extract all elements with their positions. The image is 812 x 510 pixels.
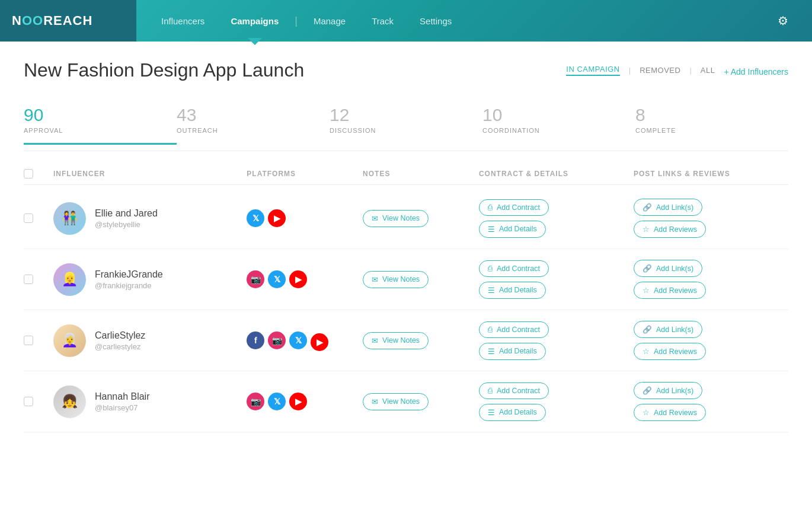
avatar-ellie: 👫 <box>53 202 86 235</box>
avatar-frankie: 👱‍♀️ <box>53 263 86 296</box>
contract-icon: ⎙ <box>488 326 493 334</box>
influencer-name-hannah: Hannah Blair <box>95 391 150 402</box>
filter-all[interactable]: ALL <box>701 66 715 75</box>
avatar-hannah: 👧 <box>53 385 86 418</box>
notes-icon: ✉ <box>372 397 378 406</box>
contract-icon: ⎙ <box>488 387 493 395</box>
nav-track[interactable]: Track <box>359 0 407 42</box>
add-contract-button-carlie[interactable]: ⎙ Add Contract <box>479 321 549 338</box>
view-notes-button-ellie[interactable]: ✉ View Notes <box>363 210 429 227</box>
add-contract-button-frankie[interactable]: ⎙ Add Contract <box>479 260 549 277</box>
add-contract-button-ellie[interactable]: ⎙ Add Contract <box>479 199 549 216</box>
add-reviews-button-ellie[interactable]: ☆ Add Reviews <box>634 221 706 238</box>
nav-divider-1: | <box>295 15 298 27</box>
contract-cell-carlie: ⎙ Add Contract ☰ Add Details <box>479 321 634 360</box>
nav-settings[interactable]: Settings <box>407 0 465 42</box>
stat-outreach[interactable]: 43 OUTREACH <box>177 99 330 145</box>
links-cell-ellie: 🔗 Add Link(s) ☆ Add Reviews <box>634 199 788 238</box>
select-all-checkbox[interactable] <box>24 169 33 179</box>
contract-cell-hannah: ⎙ Add Contract ☰ Add Details <box>479 383 634 421</box>
settings-gear-icon[interactable]: ⚙ <box>778 14 788 28</box>
add-links-button-ellie[interactable]: 🔗 Add Link(s) <box>634 199 702 216</box>
links-cell-hannah: 🔗 Add Link(s) ☆ Add Reviews <box>634 382 788 421</box>
youtube-icon: ▶ <box>289 270 307 288</box>
details-icon: ☰ <box>488 225 495 234</box>
view-notes-button-hannah[interactable]: ✉ View Notes <box>363 393 429 410</box>
instagram-icon: 📷 <box>247 270 264 288</box>
view-notes-button-frankie[interactable]: ✉ View Notes <box>363 271 429 288</box>
table-row: 👩‍🦳 CarlieStylez @carliestylez f 📷 𝕏 ▶ ✉… <box>24 310 788 371</box>
platforms-ellie: 𝕏 ▶ <box>247 209 363 227</box>
add-details-button-frankie[interactable]: ☰ Add Details <box>479 282 546 299</box>
add-reviews-button-frankie[interactable]: ☆ Add Reviews <box>634 282 706 299</box>
table-row: 👱‍♀️ FrankieJGrande @frankiejgrande 📷 𝕏 … <box>24 249 788 310</box>
facebook-icon: f <box>247 332 264 349</box>
row-checkbox-ellie[interactable] <box>24 213 33 223</box>
view-notes-button-carlie[interactable]: ✉ View Notes <box>363 332 429 349</box>
campaign-filters: IN CAMPAIGN | REMOVED | ALL + Add Influe… <box>566 64 788 76</box>
col-header-contract: CONTRACT & DETAILS <box>479 170 634 178</box>
add-details-button-hannah[interactable]: ☰ Add Details <box>479 404 546 421</box>
notes-icon: ✉ <box>372 275 378 284</box>
stat-coordination-number: 10 <box>482 105 624 125</box>
youtube-icon: ▶ <box>289 393 307 410</box>
influencer-name-ellie: Ellie and Jared <box>95 208 158 219</box>
stat-complete[interactable]: 8 COMPLETE <box>635 99 788 145</box>
contract-icon: ⎙ <box>488 203 493 212</box>
add-links-button-hannah[interactable]: 🔗 Add Link(s) <box>634 382 702 399</box>
link-icon: 🔗 <box>642 264 652 273</box>
stat-complete-number: 8 <box>635 105 776 125</box>
stat-approval[interactable]: 90 APPROVAL <box>24 99 177 145</box>
row-checkbox-hannah[interactable] <box>24 397 33 406</box>
twitter-icon: 𝕏 <box>268 270 286 288</box>
influencer-handle-hannah: @blairsey07 <box>95 403 150 412</box>
main-nav: Influencers Campaigns | Manage Track Set… <box>136 0 812 42</box>
link-icon: 🔗 <box>642 386 652 395</box>
influencer-handle-carlie: @carliestylez <box>95 342 145 351</box>
youtube-icon: ▶ <box>311 333 328 351</box>
col-header-platforms: PLATFORMS <box>247 170 363 178</box>
filter-in-campaign[interactable]: IN CAMPAIGN <box>566 65 620 76</box>
stat-approval-number: 90 <box>24 105 165 125</box>
stat-discussion[interactable]: 12 DISCUSSION <box>330 99 482 145</box>
details-icon: ☰ <box>488 347 495 356</box>
link-icon: 🔗 <box>642 325 652 334</box>
col-header-notes: NOTES <box>363 170 479 178</box>
nav-campaigns[interactable]: Campaigns <box>218 0 292 42</box>
links-cell-carlie: 🔗 Add Link(s) ☆ Add Reviews <box>634 321 788 360</box>
header: NOOREACH Influencers Campaigns | Manage … <box>0 0 812 42</box>
star-icon: ☆ <box>642 347 650 356</box>
twitter-icon: 𝕏 <box>247 209 264 227</box>
add-links-button-frankie[interactable]: 🔗 Add Link(s) <box>634 260 702 277</box>
row-checkbox-frankie[interactable] <box>24 275 33 284</box>
stat-approval-label: APPROVAL <box>24 127 165 134</box>
influencer-info-carlie: 👩‍🦳 CarlieStylez @carliestylez <box>53 324 247 357</box>
campaign-header: New Fashion Design App Launch IN CAMPAIG… <box>24 59 788 81</box>
add-details-button-ellie[interactable]: ☰ Add Details <box>479 221 546 238</box>
row-checkbox-carlie[interactable] <box>24 336 33 345</box>
twitter-icon: 𝕏 <box>289 332 307 349</box>
stat-coordination[interactable]: 10 COORDINATION <box>482 99 635 145</box>
influencer-name-carlie: CarlieStylez <box>95 330 145 341</box>
stat-complete-label: COMPLETE <box>635 127 776 134</box>
details-icon: ☰ <box>488 286 495 295</box>
twitter-icon: 𝕏 <box>268 393 286 410</box>
filter-removed[interactable]: REMOVED <box>640 66 680 75</box>
influencer-handle-ellie: @stylebyellie <box>95 220 158 229</box>
add-reviews-button-hannah[interactable]: ☆ Add Reviews <box>634 404 706 421</box>
add-influencers-button[interactable]: + Add Influencers <box>724 67 788 76</box>
notes-cell-ellie: ✉ View Notes <box>363 210 479 227</box>
nav-manage[interactable]: Manage <box>300 0 359 42</box>
add-links-button-carlie[interactable]: 🔗 Add Link(s) <box>634 321 702 338</box>
notes-cell-hannah: ✉ View Notes <box>363 393 479 410</box>
nav-influencers[interactable]: Influencers <box>148 0 218 42</box>
star-icon: ☆ <box>642 286 650 295</box>
table-row: 👧 Hannah Blair @blairsey07 📷 𝕏 ▶ ✉ View … <box>24 371 788 432</box>
platforms-hannah: 📷 𝕏 ▶ <box>247 393 363 410</box>
add-reviews-button-carlie[interactable]: ☆ Add Reviews <box>634 343 706 360</box>
links-cell-frankie: 🔗 Add Link(s) ☆ Add Reviews <box>634 260 788 299</box>
avatar-carlie: 👩‍🦳 <box>53 324 86 357</box>
stats-row: 90 APPROVAL 43 OUTREACH 12 DISCUSSION 10… <box>24 99 788 151</box>
add-details-button-carlie[interactable]: ☰ Add Details <box>479 343 546 360</box>
add-contract-button-hannah[interactable]: ⎙ Add Contract <box>479 383 549 399</box>
